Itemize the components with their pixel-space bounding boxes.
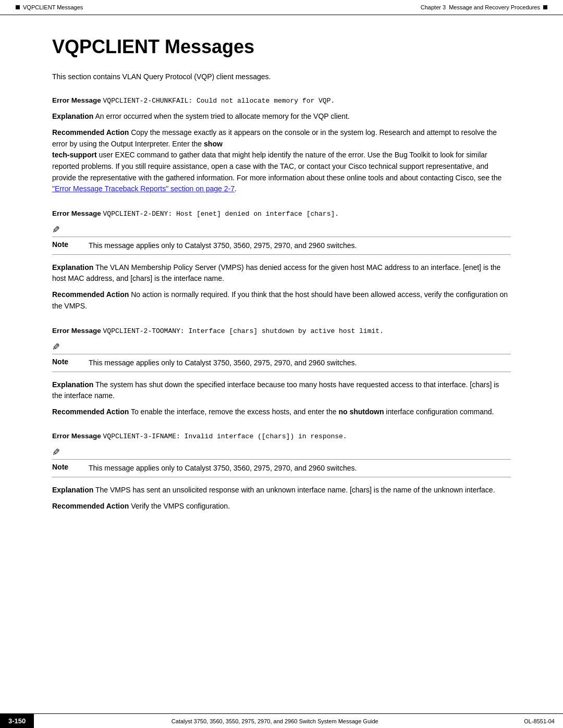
error-label-1: Error Message bbox=[52, 96, 101, 104]
header-section-label: VQPCLIENT Messages bbox=[23, 4, 83, 10]
explanation-1: Explanation An error occurred when the s… bbox=[52, 111, 511, 122]
recommended-2: Recommended Action No action is normally… bbox=[52, 289, 511, 312]
note-icon-row-4: ✎ bbox=[52, 447, 511, 458]
recommended-3: Recommended Action To enable the interfa… bbox=[52, 406, 511, 418]
note-pencil-icon-2: ✎ bbox=[52, 224, 60, 236]
header-chapter-label: Chapter 3 bbox=[421, 4, 446, 10]
error-label-2: Error Message bbox=[52, 209, 101, 217]
note-icon-row-3: ✎ bbox=[52, 341, 511, 353]
error-section-4: Error Message VQPCLIENT-3-IFNAME: Invali… bbox=[52, 432, 511, 512]
error-section-1: Error Message VQPCLIENT-2-CHUNKFAIL: Cou… bbox=[52, 96, 511, 195]
explanation-label-2: Explanation bbox=[52, 263, 93, 272]
footer-center-text: Catalyst 3750, 3560, 3550, 2975, 2970, a… bbox=[34, 714, 516, 728]
main-content: VQPCLIENT Messages This section contains… bbox=[0, 15, 563, 569]
intro-paragraph: This section contains VLAN Query Protoco… bbox=[52, 72, 511, 81]
explanation-4: Explanation The VMPS has sent an unsolic… bbox=[52, 485, 511, 496]
error-code-1: VQPCLIENT-2-CHUNKFAIL: Could not allocat… bbox=[103, 97, 335, 105]
explanation-text-1: An error occurred when the system tried … bbox=[95, 112, 349, 120]
explanation-label-3: Explanation bbox=[52, 380, 93, 389]
traceback-link[interactable]: "Error Message Traceback Reports" sectio… bbox=[52, 184, 235, 193]
explanation-label-1: Explanation bbox=[52, 112, 93, 120]
note-row-3: Note This message applies only to Cataly… bbox=[52, 354, 511, 372]
footer-right-text: OL-8551-04 bbox=[516, 714, 563, 728]
explanation-2: Explanation The VLAN Membership Policy S… bbox=[52, 262, 511, 284]
error-section-2: Error Message VQPCLIENT-2-DENY: Host [en… bbox=[52, 209, 511, 312]
explanation-text-2: The VLAN Membership Policy Server (VMPS)… bbox=[52, 263, 500, 282]
note-text-3: This message applies only to Catalyst 37… bbox=[89, 357, 357, 368]
note-label-4: Note bbox=[52, 463, 83, 471]
header-left-icon bbox=[16, 5, 20, 9]
note-pencil-icon-4: ✎ bbox=[52, 447, 60, 458]
error-message-line-4: Error Message VQPCLIENT-3-IFNAME: Invali… bbox=[52, 432, 511, 440]
note-container-4: ✎ Note This message applies only to Cata… bbox=[52, 447, 511, 477]
recommended-label-3: Recommended Action bbox=[52, 408, 129, 416]
recommended-1: Recommended Action Copy the message exac… bbox=[52, 127, 511, 195]
recommended-4: Recommended Action Verify the VMPS confi… bbox=[52, 501, 511, 512]
footer-page-number: 3-150 bbox=[0, 714, 34, 728]
note-pencil-icon-3: ✎ bbox=[52, 341, 60, 353]
error-message-line-1: Error Message VQPCLIENT-2-CHUNKFAIL: Cou… bbox=[52, 96, 511, 105]
page-title: VQPCLIENT Messages bbox=[52, 36, 511, 58]
note-icon-row-2: ✎ bbox=[52, 224, 511, 236]
recommended-text-3: To enable the interface, remove the exce… bbox=[131, 408, 494, 416]
error-label-4: Error Message bbox=[52, 432, 101, 440]
error-code-4: VQPCLIENT-3-IFNAME: Invalid interface ([… bbox=[103, 433, 347, 440]
explanation-text-3: The system has shut down the specified i… bbox=[52, 380, 499, 400]
error-message-line-2: Error Message VQPCLIENT-2-DENY: Host [en… bbox=[52, 209, 511, 218]
note-label-2: Note bbox=[52, 240, 83, 249]
explanation-text-4: The VMPS has sent an unsolicited respons… bbox=[95, 486, 495, 494]
recommended-label-2: Recommended Action bbox=[52, 290, 129, 299]
recommended-label-1: Recommended Action bbox=[52, 128, 129, 137]
header-right: Chapter 3 Message and Recovery Procedure… bbox=[421, 4, 547, 10]
note-container-2: ✎ Note This message applies only to Cata… bbox=[52, 224, 511, 255]
explanation-label-4: Explanation bbox=[52, 486, 93, 494]
error-section-3: Error Message VQPCLIENT-2-TOOMANY: Inter… bbox=[52, 327, 511, 418]
note-text-4: This message applies only to Catalyst 37… bbox=[89, 463, 357, 474]
header-left: VQPCLIENT Messages bbox=[16, 4, 83, 10]
note-text-2: This message applies only to Catalyst 37… bbox=[89, 240, 357, 251]
error-code-3: VQPCLIENT-2-TOOMANY: Interface [chars] s… bbox=[103, 327, 384, 335]
note-container-3: ✎ Note This message applies only to Cata… bbox=[52, 341, 511, 372]
note-row-2: Note This message applies only to Cataly… bbox=[52, 237, 511, 255]
header-chapter-title: Message and Recovery Procedures bbox=[449, 4, 540, 10]
error-message-line-3: Error Message VQPCLIENT-2-TOOMANY: Inter… bbox=[52, 327, 511, 335]
error-label-3: Error Message bbox=[52, 327, 101, 335]
note-label-3: Note bbox=[52, 357, 83, 366]
page-header: VQPCLIENT Messages Chapter 3 Message and… bbox=[0, 0, 563, 15]
error-code-2: VQPCLIENT-2-DENY: Host [enet] denied on … bbox=[103, 210, 339, 218]
recommended-text-4: Verify the VMPS configuration. bbox=[131, 502, 230, 510]
header-right-icon bbox=[543, 5, 547, 9]
explanation-3: Explanation The system has shut down the… bbox=[52, 379, 511, 401]
recommended-text-1a: Copy the message exactly as it appears o… bbox=[52, 128, 501, 193]
recommended-label-4: Recommended Action bbox=[52, 502, 129, 510]
page-footer: 3-150 Catalyst 3750, 3560, 3550, 2975, 2… bbox=[0, 713, 563, 728]
note-row-4: Note This message applies only to Cataly… bbox=[52, 459, 511, 477]
